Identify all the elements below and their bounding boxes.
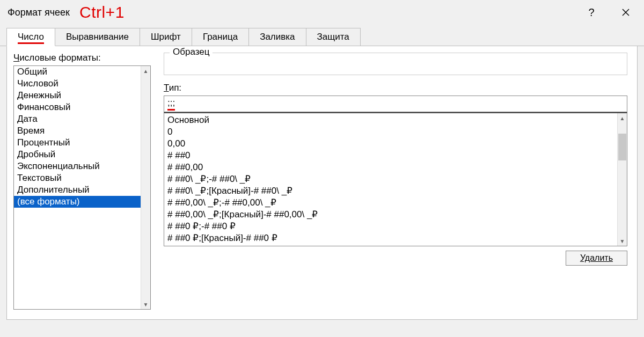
list-item[interactable]: Общий (14, 66, 141, 78)
list-item[interactable]: Денежный (14, 90, 141, 101)
close-icon (621, 8, 630, 17)
sample-label: Образец (170, 47, 213, 57)
list-item[interactable]: # ##0 ₽;-# ##0 ₽ (167, 221, 614, 232)
shortcut-annotation: Ctrl+1 (79, 3, 125, 21)
list-item[interactable]: Экспоненциальный (14, 160, 141, 172)
panel: Числовые форматы: ОбщийЧисловойДенежныйФ… (6, 46, 638, 320)
tab-font[interactable]: Шрифт (140, 28, 192, 46)
categories-column: Числовые форматы: ОбщийЧисловойДенежныйФ… (13, 53, 151, 310)
delete-button[interactable]: Удалить (566, 251, 627, 266)
categories-scrollbar[interactable]: ▲ ▼ (141, 66, 150, 309)
tab-protection[interactable]: Защита (306, 28, 361, 46)
scroll-down-icon[interactable]: ▼ (141, 299, 150, 309)
list-item[interactable]: 0,00 (167, 138, 614, 150)
categories-listbox[interactable]: ОбщийЧисловойДенежныйФинансовыйДатаВремя… (13, 65, 151, 310)
type-input-value: ;;; (167, 97, 175, 111)
list-item[interactable]: Время (14, 125, 141, 137)
titlebar: Формат ячеек Ctrl+1 ? (0, 0, 644, 28)
sample-group: Образец (164, 53, 627, 75)
list-item[interactable]: Дата (14, 113, 141, 125)
list-item[interactable]: # ##0\ _₽;[Красный]-# ##0\ _₽ (167, 185, 614, 197)
tab-strip: Число Выравнивание Шрифт Граница Заливка… (0, 28, 644, 46)
dialog-title: Формат ячеек (8, 7, 70, 18)
list-item[interactable]: # ##0,00\ _₽;-# ##0,00\ _₽ (167, 197, 614, 209)
help-button[interactable]: ? (581, 4, 602, 20)
list-item[interactable]: 0 (167, 126, 614, 138)
type-scrollbar[interactable]: ▲ ▼ (617, 113, 627, 246)
tab-number[interactable]: Число (6, 28, 55, 46)
list-item[interactable]: Числовой (14, 78, 141, 90)
list-item[interactable]: # ##0,00 (167, 162, 614, 173)
type-input[interactable]: ;;; (164, 96, 627, 112)
tab-fill[interactable]: Заливка (248, 28, 306, 46)
list-item[interactable]: (все форматы) (14, 196, 141, 208)
scroll-up-icon[interactable]: ▲ (618, 113, 627, 123)
close-button[interactable] (615, 4, 636, 20)
categories-label: Числовые форматы: (13, 53, 151, 63)
details-column: Образец Тип: ;;; Основной00,00# ##0# ##0… (164, 53, 627, 310)
tab-border[interactable]: Граница (192, 28, 249, 46)
list-item[interactable]: Текстовый (14, 172, 141, 184)
list-item[interactable]: # ##0 ₽;[Красный]-# ##0 ₽ (167, 232, 614, 244)
list-item[interactable]: # ##0,00\ _₽;[Красный]-# ##0,00\ _₽ (167, 209, 614, 221)
list-item[interactable]: # ##0\ _₽;-# ##0\ _₽ (167, 173, 614, 185)
list-item[interactable]: Процентный (14, 137, 141, 149)
list-item[interactable]: # ##0 (167, 150, 614, 162)
type-label: Тип: (164, 83, 627, 93)
type-listbox[interactable]: Основной00,00# ##0# ##0,00# ##0\ _₽;-# #… (164, 112, 627, 246)
list-item[interactable]: Финансовый (14, 101, 141, 113)
tab-alignment[interactable]: Выравнивание (55, 28, 140, 46)
scroll-up-icon[interactable]: ▲ (141, 66, 150, 76)
scroll-down-icon[interactable]: ▼ (618, 236, 627, 246)
list-item[interactable]: Основной (167, 114, 614, 126)
list-item[interactable]: Дополнительный (14, 184, 141, 196)
list-item[interactable]: Дробный (14, 149, 141, 160)
